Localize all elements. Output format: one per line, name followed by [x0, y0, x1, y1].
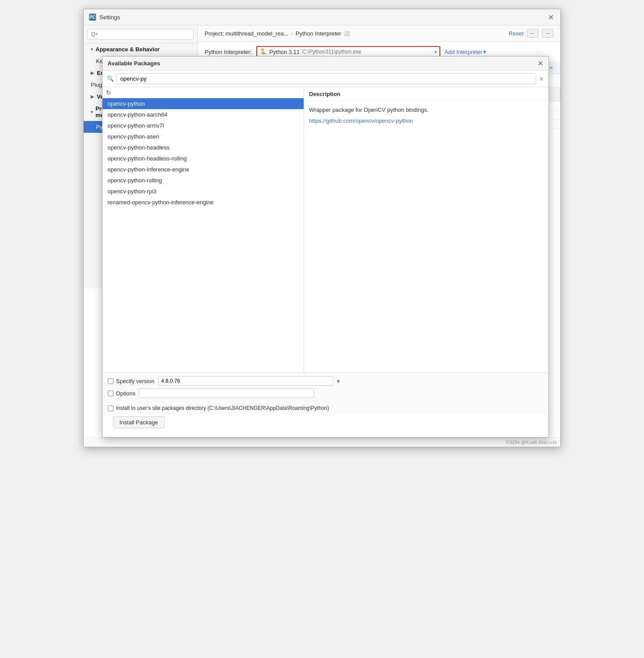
specify-version-checkbox-label: Specify version: [108, 378, 155, 384]
install-package-button[interactable]: Install Package: [113, 416, 165, 428]
list-item-opencv-python-rolling[interactable]: opencv-python-rolling: [103, 175, 304, 186]
list-item-opencv-python-inference-engine[interactable]: opencv-python-inference-engine: [103, 164, 304, 175]
reset-button[interactable]: Reset: [509, 30, 524, 37]
dropdown-arrow-icon: ▾: [435, 50, 437, 54]
options-row: Options: [108, 388, 543, 398]
breadcrumb-project: Project: multithread_model_rea...: [205, 30, 288, 37]
interpreter-path: C:\Python311\python.exe: [302, 49, 432, 55]
available-packages-modal: Available Packages ✕ 🔍 ✕ ↻ opencv-python: [102, 56, 549, 437]
list-item-opencv-python-headless[interactable]: opencv-python-headless: [103, 142, 304, 153]
list-item-opencv-python-asen[interactable]: opencv-python-asen: [103, 131, 304, 142]
back-button[interactable]: ←: [527, 29, 538, 38]
package-search-input[interactable]: [117, 73, 536, 84]
add-interpreter-label: Add Interpreter: [445, 49, 483, 55]
version-dropdown-arrow[interactable]: ▾: [337, 378, 340, 384]
modal-title-bar: Available Packages ✕: [103, 57, 548, 71]
description-header: Description: [304, 87, 548, 101]
sidebar-search-input[interactable]: [87, 29, 194, 39]
package-list: opencv-python opencv-python-aarch64 open…: [103, 98, 304, 372]
description-content: Wrapper package for OpenCV python bindin…: [304, 101, 548, 372]
expand-arrow-appearance: ▾: [91, 47, 93, 52]
specify-version-checkbox[interactable]: [108, 378, 113, 384]
list-item-renamed-opencv[interactable]: renamed-opencv-python-inference-engine: [103, 197, 304, 208]
description-text: Wrapper package for OpenCV python bindin…: [309, 107, 543, 113]
list-item-opencv-python-headless-rolling[interactable]: opencv-python-headless-rolling: [103, 153, 304, 164]
forward-button[interactable]: →: [542, 29, 553, 38]
add-interpreter-button[interactable]: Add Interpreter ▾: [445, 49, 487, 55]
modal-close-button[interactable]: ✕: [538, 59, 543, 68]
refresh-button[interactable]: ↻: [106, 89, 111, 96]
breadcrumb: Project: multithread_model_rea... › Pyth…: [205, 30, 350, 37]
sidebar-search-area: [84, 25, 197, 43]
sidebar-item-appearance[interactable]: ▾ Appearance & Behavior: [84, 43, 197, 55]
search-clear-icon[interactable]: ✕: [539, 75, 544, 82]
options-label: Options: [116, 390, 136, 397]
list-item-opencv-python[interactable]: opencv-python: [103, 98, 304, 109]
list-item-opencv-python-aarch64[interactable]: opencv-python-aarch64: [103, 109, 304, 120]
modal-body: ↻ opencv-python opencv-python-aarch64 op…: [103, 87, 548, 372]
install-button-area: Install Package: [103, 415, 548, 437]
modal-search-area: 🔍 ✕: [103, 71, 548, 87]
specify-version-label: Specify version: [116, 378, 155, 384]
description-link[interactable]: https://github.com/opencv/opencv-python: [309, 117, 413, 124]
close-button[interactable]: ✕: [546, 13, 555, 21]
options-checkbox[interactable]: [108, 391, 113, 396]
breadcrumb-page: Python Interpreter: [296, 30, 341, 37]
version-input[interactable]: [158, 376, 333, 386]
modal-title: Available Packages: [108, 60, 160, 67]
app-icon: PC: [89, 14, 96, 21]
install-site-packages-row: Install to user's site packages director…: [103, 405, 548, 415]
breadcrumb-actions: Reset ← →: [509, 29, 553, 38]
install-site-packages-label: Install to user's site packages director…: [116, 405, 329, 411]
add-interpreter-arrow: ▾: [483, 49, 486, 55]
modal-list-panel: ↻ opencv-python opencv-python-aarch64 op…: [103, 87, 304, 372]
specify-version-row: Specify version ▾: [108, 376, 543, 386]
options-checkbox-label: Options: [108, 390, 136, 397]
breadcrumb-separator: ›: [291, 30, 293, 37]
breadcrumb-bar: Project: multithread_model_rea... › Pyth…: [198, 25, 560, 42]
search-icon: 🔍: [107, 75, 114, 82]
title-bar: PC Settings ✕: [84, 9, 560, 25]
window-title: Settings: [99, 14, 120, 21]
list-item-opencv-python-rpi3[interactable]: opencv-python-rpi3: [103, 186, 304, 197]
options-input[interactable]: [139, 388, 314, 398]
interpreter-label: Python Interpreter:: [205, 49, 252, 55]
install-site-packages-checkbox[interactable]: [108, 405, 113, 411]
modal-list-toolbar: ↻: [103, 87, 304, 98]
modal-footer: Specify version ▾ Options: [103, 372, 548, 405]
interpreter-name: Python 3.11: [269, 49, 300, 55]
sidebar-label-appearance: Appearance & Behavior: [96, 46, 160, 53]
title-bar-left: PC Settings: [89, 14, 120, 21]
settings-window: PC Settings ✕ ▾ Appearance & Behavior Ke…: [83, 9, 561, 447]
list-item-opencv-python-armv7l[interactable]: opencv-python-armv7l: [103, 120, 304, 131]
modal-wrapper: Available Packages ✕ 🔍 ✕ ↻ opencv-python: [90, 56, 560, 437]
watermark-text: CSDN @Kudō Shin-ichi: [506, 440, 557, 445]
modal-desc-panel: Description Wrapper package for OpenCV p…: [304, 87, 548, 372]
watermark: CSDN @Kudō Shin-ichi: [84, 437, 560, 447]
breadcrumb-copy-icon[interactable]: ⬜: [344, 31, 350, 36]
python-icon: 🐍: [260, 48, 267, 55]
